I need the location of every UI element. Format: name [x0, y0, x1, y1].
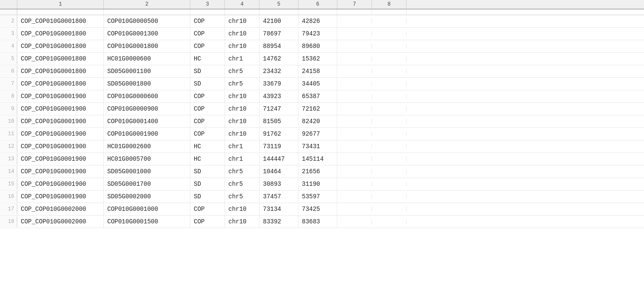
cell-species: COP: [190, 40, 225, 52]
col-letter-5[interactable]: 5: [260, 0, 298, 9]
cell-end: 89680: [298, 40, 337, 52]
cell-col7: [337, 131, 372, 137]
col-letter-3[interactable]: 3: [190, 0, 225, 9]
cell-species: SD: [190, 178, 225, 190]
cell-end: 73431: [298, 140, 337, 153]
cell-chrom: chr1: [225, 53, 260, 65]
table-row[interactable]: 15COP_COP010G0001900SD05G0001700SDchr530…: [0, 178, 644, 191]
row-number: 5: [0, 53, 17, 64]
table-row[interactable]: 7COP_COP010G0001800SD05G0001800SDchr5336…: [0, 78, 644, 90]
cell-chrom: chr10: [225, 40, 260, 52]
col-letter-7[interactable]: 7: [337, 0, 372, 9]
table-row[interactable]: 9COP_COP010G0001900COP010G0000900COPchr1…: [0, 103, 644, 115]
cell-end: 34405: [298, 78, 337, 90]
cell-col8: [372, 207, 407, 212]
cell-start: 14762: [260, 53, 298, 65]
header-species: [190, 10, 225, 15]
cell-gene-id: HC01G0000600: [104, 53, 190, 65]
col-letter-4[interactable]: 4: [225, 0, 260, 9]
cell-end: 72162: [298, 103, 337, 115]
cell-col7: [337, 94, 372, 99]
header-pangene-id: [17, 10, 104, 15]
table-row[interactable]: 3COP_COP010G0001800COP010G0001300COPchr1…: [0, 28, 644, 40]
cell-start: 144447: [260, 153, 298, 165]
cell-col8: [372, 119, 407, 124]
table-row[interactable]: 18COP_COP010G0002000COP010G0001500COPchr…: [0, 216, 644, 228]
table-row[interactable]: 6COP_COP010G0001800SD05G0001100SDchr5234…: [0, 65, 644, 78]
cell-col7: [337, 181, 372, 187]
row-number: 8: [0, 91, 17, 102]
table-row[interactable]: 4COP_COP010G0001800COP010G0001800COPchr1…: [0, 40, 644, 53]
cell-chrom: chr10: [225, 15, 260, 27]
cell-chrom: chr1: [225, 140, 260, 153]
cell-start: 37457: [260, 191, 298, 203]
cell-col7: [337, 19, 372, 24]
cell-species: COP: [190, 103, 225, 115]
header-row-num: [0, 10, 17, 15]
cell-col8: [372, 194, 407, 199]
table-row[interactable]: 13COP_COP010G0001900HC01G0005700HCchr114…: [0, 153, 644, 165]
cell-gene-id: SD05G0001700: [104, 178, 190, 190]
cell-col8: [372, 181, 407, 187]
cell-start: 73134: [260, 203, 298, 215]
cell-col8: [372, 144, 407, 149]
cell-pangene-id: COP_COP010G0001900: [17, 165, 104, 178]
header-end: [298, 10, 337, 15]
cell-gene-id: COP010G0001000: [104, 203, 190, 215]
cell-chrom: chr10: [225, 115, 260, 127]
cell-gene-id: SD05G0002000: [104, 191, 190, 203]
cell-chrom: chr1: [225, 153, 260, 165]
cell-species: SD: [190, 191, 225, 203]
col-letter-8[interactable]: 8: [372, 0, 407, 9]
cell-col7: [337, 156, 372, 162]
cell-col8: [372, 94, 407, 99]
cell-end: 73425: [298, 203, 337, 215]
cell-gene-id: COP010G0001300: [104, 28, 190, 40]
table-row[interactable]: 17COP_COP010G0002000COP010G0001000COPchr…: [0, 203, 644, 216]
table-row[interactable]: 2COP_COP010G0001800COP010G0000500COPchr1…: [0, 15, 644, 28]
cell-gene-id: COP010G0001500: [104, 216, 190, 228]
cell-start: 33679: [260, 78, 298, 90]
table-row[interactable]: 12COP_COP010G0001900HC01G0002600HCchr173…: [0, 140, 644, 153]
cell-col8: [372, 19, 407, 24]
table-row[interactable]: 14COP_COP010G0001900SD05G0001000SDchr510…: [0, 165, 644, 178]
cell-pangene-id: COP_COP010G0001800: [17, 53, 104, 65]
cell-species: COP: [190, 203, 225, 215]
col-letter-2[interactable]: 2: [104, 0, 190, 9]
cell-start: 71247: [260, 103, 298, 115]
cell-end: 24158: [298, 65, 337, 77]
row-number: 10: [0, 116, 17, 127]
cell-gene-id: SD05G0001800: [104, 78, 190, 90]
table-row[interactable]: 16COP_COP010G0001900SD05G0002000SDchr537…: [0, 191, 644, 203]
cell-gene-id: SD05G0001100: [104, 65, 190, 77]
cell-chrom: chr10: [225, 203, 260, 215]
cell-species: SD: [190, 78, 225, 90]
cell-start: 81505: [260, 115, 298, 127]
cell-col8: [372, 106, 407, 111]
col-letter-6[interactable]: 6: [298, 0, 337, 9]
table-row[interactable]: 8COP_COP010G0001900COP010G0000600COPchr1…: [0, 90, 644, 103]
row-number: 12: [0, 141, 17, 152]
row-number: 18: [0, 216, 17, 227]
cell-start: 83392: [260, 216, 298, 228]
cell-col7: [337, 219, 372, 224]
cell-start: 43923: [260, 90, 298, 102]
col-letter-1[interactable]: 1: [17, 0, 104, 9]
row-number: 11: [0, 128, 17, 140]
table-row[interactable]: 11COP_COP010G0001900COP010G0001900COPchr…: [0, 128, 644, 140]
cell-pangene-id: COP_COP010G0001900: [17, 140, 104, 153]
spreadsheet: 1 2 3 4 5 6 7 8 2COP_COP010G0001800COP01…: [0, 0, 644, 283]
cell-chrom: chr5: [225, 65, 260, 77]
header-gene-id: [104, 10, 190, 15]
cell-species: COP: [190, 15, 225, 27]
cell-species: COP: [190, 28, 225, 40]
cell-col8: [372, 69, 407, 74]
table-row[interactable]: 10COP_COP010G0001900COP010G0001400COPchr…: [0, 115, 644, 128]
row-number: 4: [0, 41, 17, 52]
row-number: 2: [0, 16, 17, 27]
cell-species: COP: [190, 90, 225, 102]
cell-chrom: chr10: [225, 216, 260, 228]
table-row[interactable]: 5COP_COP010G0001800HC01G0000600HCchr1147…: [0, 53, 644, 65]
cell-gene-id: HC01G0002600: [104, 140, 190, 153]
cell-start: 78697: [260, 28, 298, 40]
